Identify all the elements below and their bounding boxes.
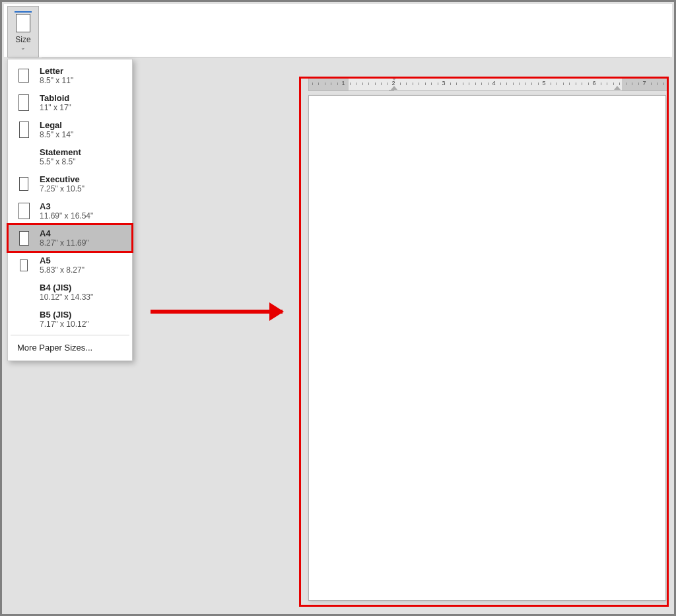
- size-option-dimensions: 7.25" x 10.5": [40, 184, 84, 193]
- chevron-down-icon: ⌄: [20, 45, 26, 50]
- size-option-dimensions: 5.5" x 8.5": [40, 157, 81, 166]
- ruler-number: 3: [442, 80, 445, 86]
- size-option-name: Executive: [40, 174, 84, 184]
- size-dropdown: Letter8.5" x 11"Tabloid11" x 17"Legal8.5…: [7, 59, 133, 361]
- size-option-legal[interactable]: Legal8.5" x 14": [8, 116, 132, 143]
- size-option-name: B4 (JIS): [40, 283, 93, 292]
- ruler-number: 4: [492, 80, 495, 86]
- ruler-number: 7: [642, 80, 646, 86]
- page-thumb-icon: [17, 94, 30, 111]
- page-thumb-icon: [17, 203, 30, 219]
- document-page[interactable]: [308, 95, 666, 601]
- size-option-letter[interactable]: Letter8.5" x 11": [8, 62, 132, 89]
- size-option-name: A5: [40, 256, 84, 265]
- size-option-executive[interactable]: Executive7.25" x 10.5": [8, 170, 132, 197]
- right-indent-marker[interactable]: [614, 86, 621, 90]
- size-option-b4-jis-[interactable]: B4 (JIS)10.12" x 14.33": [8, 279, 132, 306]
- size-option-a3[interactable]: A311.69" x 16.54": [8, 197, 132, 224]
- first-line-indent-marker[interactable]: [391, 77, 397, 81]
- size-option-statement[interactable]: Statement5.5" x 8.5": [8, 143, 132, 170]
- size-option-name: Statement: [40, 147, 81, 157]
- ruler-number: 1: [341, 80, 345, 86]
- size-option-name: Letter: [40, 66, 73, 76]
- size-option-a4[interactable]: A48.27" x 11.69": [8, 224, 132, 252]
- size-option-dimensions: 5.83" x 8.27": [40, 265, 84, 275]
- size-option-name: Legal: [40, 120, 73, 130]
- ribbon-separator: [42, 57, 670, 58]
- document-area: 1234567: [299, 77, 669, 608]
- size-option-name: Tabloid: [40, 93, 71, 103]
- size-option-b5-jis-[interactable]: B5 (JIS)7.17" x 10.12": [8, 306, 132, 333]
- left-indent-marker[interactable]: [389, 90, 394, 91]
- size-option-name: A3: [40, 201, 93, 211]
- size-option-a5[interactable]: A55.83" x 8.27": [8, 252, 132, 279]
- page-size-icon: [16, 14, 30, 32]
- page-thumb-icon: [17, 69, 30, 83]
- size-option-dimensions: 7.17" x 10.12": [40, 320, 89, 329]
- menu-separator: [11, 335, 129, 335]
- more-paper-sizes[interactable]: More Paper Sizes...: [8, 337, 132, 358]
- size-option-dimensions: 11" x 17": [40, 103, 71, 112]
- size-option-tabloid[interactable]: Tabloid11" x 17": [8, 89, 132, 116]
- horizontal-ruler[interactable]: 1234567: [308, 77, 669, 91]
- size-option-dimensions: 8.27" x 11.69": [40, 238, 89, 248]
- ruler-number: 5: [542, 80, 545, 86]
- size-option-dimensions: 11.69" x 16.54": [40, 211, 93, 221]
- size-option-dimensions: 10.12" x 14.33": [40, 292, 93, 302]
- page-thumb-icon: [17, 121, 30, 138]
- ribbon-area: [4, 4, 672, 57]
- app-frame: Size ⌄ Letter8.5" x 11"Tabloid11" x 17"L…: [0, 0, 676, 616]
- size-option-dimensions: 8.5" x 11": [40, 76, 73, 85]
- size-option-name: B5 (JIS): [40, 310, 89, 320]
- size-option-name: A4: [40, 228, 89, 238]
- ruler-number: 6: [592, 80, 595, 86]
- page-thumb-icon: [17, 259, 30, 271]
- size-option-dimensions: 8.5" x 14": [40, 130, 73, 139]
- annotation-arrow: [151, 310, 283, 314]
- size-button[interactable]: Size ⌄: [7, 6, 39, 57]
- page-thumb-icon: [17, 231, 30, 246]
- page-thumb-icon: [17, 177, 30, 191]
- size-button-label: Size: [15, 35, 30, 44]
